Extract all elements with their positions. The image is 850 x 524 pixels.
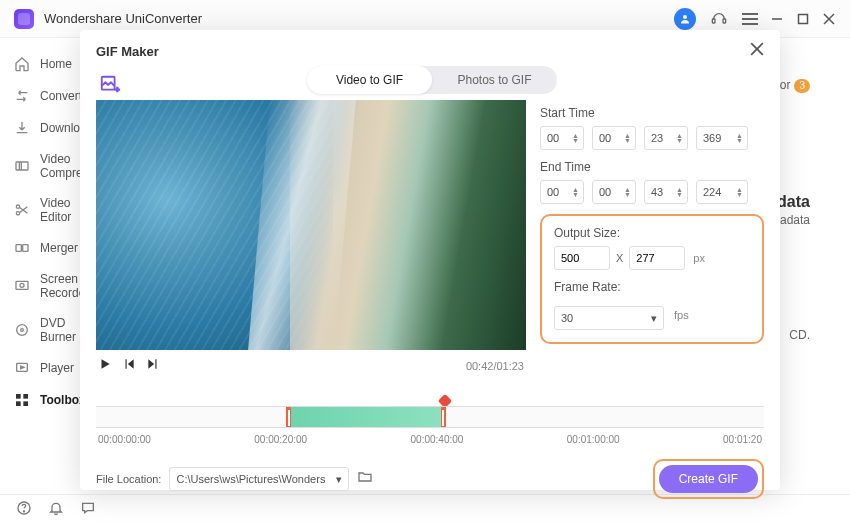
start-seconds-input[interactable]: 23▲▼ xyxy=(644,126,688,150)
file-location-row: File Location: C:\Users\ws\Pictures\Wond… xyxy=(96,459,764,499)
next-frame-button[interactable] xyxy=(146,357,160,375)
create-gif-highlight: Create GIF xyxy=(653,459,764,499)
file-location-select[interactable]: C:\Users\ws\Pictures\Wonders ▾ xyxy=(169,467,349,491)
selection-end-handle[interactable] xyxy=(442,410,444,426)
sidebar-item-converter[interactable]: Converter xyxy=(0,80,80,112)
prev-frame-button[interactable] xyxy=(122,357,136,375)
download-icon xyxy=(14,120,30,136)
output-width-input[interactable] xyxy=(554,246,610,270)
play-button[interactable] xyxy=(98,357,112,375)
recorder-icon xyxy=(14,278,30,294)
support-icon[interactable] xyxy=(708,8,730,30)
start-time-row: 00▲▼ 00▲▼ 23▲▼ 369▲▼ xyxy=(540,126,764,150)
notification-icon[interactable] xyxy=(48,500,64,520)
sidebar-item-label: Home xyxy=(40,57,72,71)
home-icon xyxy=(14,56,30,72)
sidebar-item-label: Player xyxy=(40,361,74,375)
sidebar: Home Converter Downloader Video Compress… xyxy=(0,38,80,494)
sidebar-item-home[interactable]: Home xyxy=(0,48,80,80)
compressor-icon xyxy=(14,158,30,174)
playback-timecode: 00:42/01:23 xyxy=(466,360,524,372)
sidebar-item-downloader[interactable]: Downloader xyxy=(0,112,80,144)
badge-count: 3 xyxy=(794,79,810,93)
modal-close-button[interactable] xyxy=(750,42,764,60)
video-panel: 00:42/01:23 xyxy=(96,100,526,378)
svg-rect-10 xyxy=(16,245,21,252)
tab-video-to-gif[interactable]: Video to GIF xyxy=(307,66,432,94)
tick-label: 00:00:00:00 xyxy=(98,434,151,445)
start-minutes-input[interactable]: 00▲▼ xyxy=(592,126,636,150)
app-logo-icon xyxy=(14,9,34,29)
end-hours-input[interactable]: 00▲▼ xyxy=(540,180,584,204)
start-hours-input[interactable]: 00▲▼ xyxy=(540,126,584,150)
app-title: Wondershare UniConverter xyxy=(44,11,674,26)
frame-rate-label: Frame Rate: xyxy=(554,280,750,294)
tab-photos-to-gif[interactable]: Photos to GIF xyxy=(432,66,557,94)
merger-icon xyxy=(14,240,30,256)
timeline-track[interactable] xyxy=(96,406,764,428)
svg-rect-17 xyxy=(16,394,21,399)
add-media-icon[interactable] xyxy=(98,72,122,96)
output-size-label: Output Size: xyxy=(554,226,750,240)
tick-label: 00:00:20:00 xyxy=(254,434,307,445)
selection-start-handle[interactable] xyxy=(288,410,290,426)
modal-header: GIF Maker xyxy=(96,42,764,60)
timeline-selection[interactable] xyxy=(286,407,446,427)
player-icon xyxy=(14,360,30,376)
converter-icon xyxy=(14,88,30,104)
end-minutes-input[interactable]: 00▲▼ xyxy=(592,180,636,204)
svg-point-14 xyxy=(17,325,28,336)
create-gif-button[interactable]: Create GIF xyxy=(659,465,758,493)
minimize-button[interactable] xyxy=(770,12,784,26)
svg-rect-4 xyxy=(799,14,808,23)
end-ms-input[interactable]: 224▲▼ xyxy=(696,180,748,204)
close-button[interactable] xyxy=(822,12,836,26)
sidebar-item-dvd[interactable]: DVD Burner xyxy=(0,308,80,352)
sidebar-item-player[interactable]: Player xyxy=(0,352,80,384)
svg-rect-20 xyxy=(23,401,28,406)
play-controls: 00:42/01:23 xyxy=(96,350,526,378)
svg-rect-2 xyxy=(723,19,726,23)
sidebar-item-recorder[interactable]: Screen Recorder xyxy=(0,264,80,308)
end-seconds-input[interactable]: 43▲▼ xyxy=(644,180,688,204)
px-unit: px xyxy=(693,252,705,264)
bg-heading: data xyxy=(777,193,810,211)
video-preview[interactable] xyxy=(96,100,526,350)
title-controls xyxy=(674,8,836,30)
help-icon[interactable] xyxy=(16,500,32,520)
sidebar-item-label: Toolbox xyxy=(40,393,86,407)
playhead[interactable] xyxy=(440,396,450,406)
tick-label: 00:01:20 xyxy=(723,434,762,445)
tick-label: 00:00:40:00 xyxy=(411,434,464,445)
end-time-row: 00▲▼ 00▲▼ 43▲▼ 224▲▼ xyxy=(540,180,764,204)
output-height-input[interactable] xyxy=(629,246,685,270)
sidebar-item-toolbox[interactable]: Toolbox xyxy=(0,384,80,416)
tick-label: 00:01:00:00 xyxy=(567,434,620,445)
hamburger-menu-icon[interactable] xyxy=(742,13,758,25)
svg-point-13 xyxy=(20,283,24,287)
file-location-label: File Location: xyxy=(96,473,161,485)
svg-rect-18 xyxy=(23,394,28,399)
maximize-button[interactable] xyxy=(796,12,810,26)
feedback-icon[interactable] xyxy=(80,500,96,520)
sidebar-item-compressor[interactable]: Video Compressor xyxy=(0,144,80,188)
sidebar-item-label: Video Editor xyxy=(40,196,71,224)
user-account-icon[interactable] xyxy=(674,8,696,30)
fps-unit: fps xyxy=(674,309,689,321)
start-time-label: Start Time xyxy=(540,106,764,120)
start-ms-input[interactable]: 369▲▼ xyxy=(696,126,748,150)
svg-rect-19 xyxy=(16,401,21,406)
svg-rect-1 xyxy=(712,19,715,23)
svg-rect-11 xyxy=(23,245,28,252)
sidebar-item-label: Merger xyxy=(40,241,78,255)
frame-rate-select[interactable]: 30 ▾ xyxy=(554,306,664,330)
size-separator: X xyxy=(616,252,623,264)
chevron-down-icon: ▾ xyxy=(651,312,657,325)
svg-point-22 xyxy=(23,510,24,511)
svg-point-0 xyxy=(683,15,687,19)
timeline-ticks: 00:00:00:00 00:00:20:00 00:00:40:00 00:0… xyxy=(96,434,764,445)
open-folder-button[interactable] xyxy=(357,469,373,489)
sidebar-item-editor[interactable]: Video Editor xyxy=(0,188,80,232)
sidebar-item-merger[interactable]: Merger xyxy=(0,232,80,264)
end-time-label: End Time xyxy=(540,160,764,174)
